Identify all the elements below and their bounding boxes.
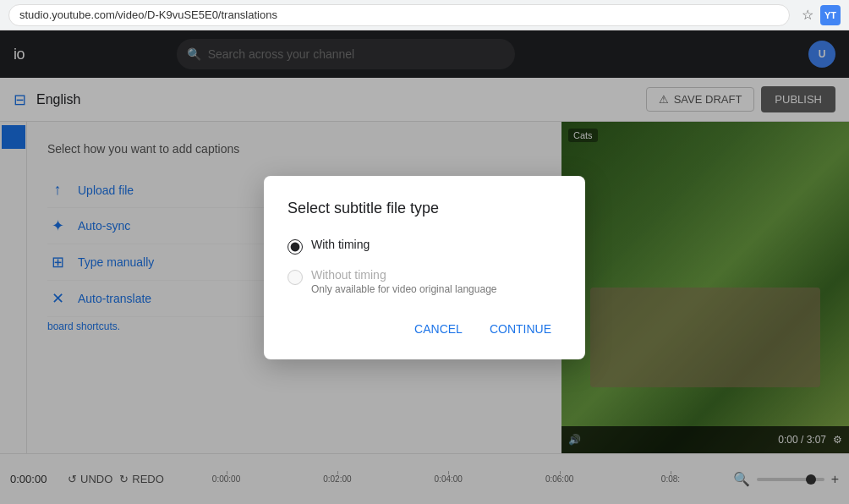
with-timing-option[interactable]: With timing xyxy=(288,238,561,255)
without-timing-label: Without timing xyxy=(311,268,496,282)
continue-button[interactable]: CONTINUE xyxy=(479,315,561,342)
cancel-button[interactable]: CANCEL xyxy=(404,315,473,342)
modal-backdrop: Select subtitle file type With timing Wi… xyxy=(0,30,849,504)
browser-bar: studio.youtube.com/video/D-K9vuSE5E0/tra… xyxy=(0,0,849,30)
without-timing-option[interactable]: Without timing Only available for video … xyxy=(288,268,561,295)
app-container: io 🔍 U ⊟ English ⚠ SAVE DRAFT PUBLISH Se… xyxy=(0,30,849,504)
extension-icon: YT xyxy=(820,5,841,25)
without-timing-sublabel: Only available for video original langua… xyxy=(311,283,496,295)
with-timing-radio[interactable] xyxy=(288,239,303,255)
url-bar[interactable]: studio.youtube.com/video/D-K9vuSE5E0/tra… xyxy=(8,4,790,26)
url-text: studio.youtube.com/video/D-K9vuSE5E0/tra… xyxy=(19,8,277,21)
bookmark-icon[interactable]: ☆ xyxy=(802,7,813,23)
modal-title: Select subtitle file type xyxy=(288,200,561,217)
with-timing-label: With timing xyxy=(311,238,370,251)
modal-dialog: Select subtitle file type With timing Wi… xyxy=(264,176,585,359)
without-timing-radio[interactable] xyxy=(288,270,303,285)
modal-actions: CANCEL CONTINUE xyxy=(288,315,561,342)
